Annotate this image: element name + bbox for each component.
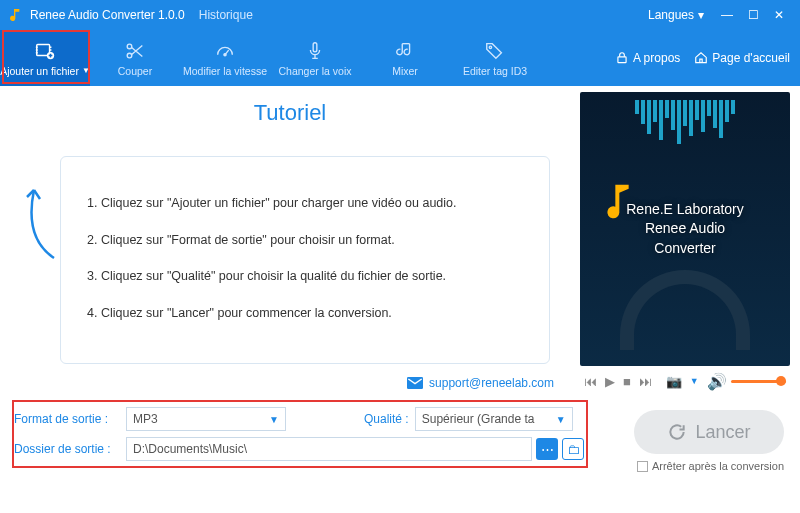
voice-button[interactable]: Changer la voix xyxy=(270,30,360,86)
history-link[interactable]: Historique xyxy=(199,8,253,22)
svg-point-6 xyxy=(489,46,491,48)
format-label: Format de sortie : xyxy=(14,412,126,426)
refresh-icon xyxy=(667,422,687,442)
quality-select[interactable]: Supérieur (Grande ta ▼ xyxy=(415,407,573,431)
toolbar: Ajouter un fichier▼ Couper Modifier la v… xyxy=(0,30,800,86)
chevron-down-icon: ▼ xyxy=(690,376,699,386)
preview-video[interactable]: Rene.E Laboratory Renee Audio Converter xyxy=(580,92,790,366)
preview-text: Rene.E Laboratory xyxy=(626,200,744,220)
equalizer-icon xyxy=(580,100,790,144)
voice-label: Changer la voix xyxy=(279,65,352,77)
media-controls: ⏮ ▶ ■ ⏭ 📷 ▼ 🔊 xyxy=(580,366,790,396)
preview-text: Converter xyxy=(626,239,744,259)
id3-label: Editer tag ID3 xyxy=(463,65,527,77)
folder-value: D:\Documents\Music\ xyxy=(133,442,247,456)
mixer-button[interactable]: Mixer xyxy=(360,30,450,86)
tutorial-step: 1. Cliquez sur "Ajouter un fichier" pour… xyxy=(87,187,523,220)
snapshot-button[interactable]: 📷 xyxy=(666,374,682,389)
chevron-down-icon: ▾ xyxy=(698,8,704,22)
home-icon xyxy=(694,51,708,65)
speed-button[interactable]: Modifier la vitesse xyxy=(180,30,270,86)
svg-point-4 xyxy=(224,53,226,55)
tutorial-title: Tutoriel xyxy=(10,100,570,126)
quality-label: Qualité : xyxy=(364,412,409,426)
minimize-button[interactable]: ― xyxy=(714,2,740,28)
headphones-icon xyxy=(620,270,750,350)
launch-button[interactable]: Lancer xyxy=(634,410,784,454)
stop-after-checkbox[interactable]: Arrêter après la conversion xyxy=(637,460,784,472)
language-label: Langues xyxy=(648,8,694,22)
stop-button[interactable]: ■ xyxy=(623,374,631,389)
next-button[interactable]: ⏭ xyxy=(639,374,652,389)
app-title: Renee Audio Converter 1.0.0 xyxy=(30,8,185,22)
tutorial-step: 2. Cliquez sur "Format de sortie" pour c… xyxy=(87,224,523,257)
play-button[interactable]: ▶ xyxy=(605,374,615,389)
tutorial-panel: Tutoriel 1. Cliquez sur "Ajouter un fich… xyxy=(10,92,570,396)
cut-label: Couper xyxy=(118,65,152,77)
id3-button[interactable]: Editer tag ID3 xyxy=(450,30,540,86)
preview-text: Renee Audio xyxy=(626,219,744,239)
stop-after-label: Arrêter après la conversion xyxy=(652,460,784,472)
browse-folder-button[interactable]: 🗀 xyxy=(562,438,584,460)
prev-button[interactable]: ⏮ xyxy=(584,374,597,389)
about-link[interactable]: A propos xyxy=(615,51,680,65)
mixer-label: Mixer xyxy=(392,65,418,77)
preview-panel: Rene.E Laboratory Renee Audio Converter … xyxy=(580,92,790,396)
svg-rect-7 xyxy=(618,57,626,63)
volume-slider[interactable] xyxy=(731,380,786,383)
home-label: Page d'accueil xyxy=(712,51,790,65)
format-value: MP3 xyxy=(133,412,158,426)
svg-rect-5 xyxy=(313,42,317,51)
quality-value: Supérieur (Grande ta xyxy=(422,412,535,426)
add-file-label: Ajouter un fichier xyxy=(0,65,79,77)
gauge-icon xyxy=(214,40,236,62)
mail-icon xyxy=(407,377,423,389)
output-panel: Format de sortie : MP3 ▼ Qualité : Supér… xyxy=(0,396,800,468)
mic-icon xyxy=(304,40,326,62)
chevron-down-icon: ▼ xyxy=(269,414,279,425)
cut-button[interactable]: Couper xyxy=(90,30,180,86)
titlebar: Renee Audio Converter 1.0.0 Historique L… xyxy=(0,0,800,30)
scissors-icon xyxy=(124,40,146,62)
maximize-button[interactable]: ☐ xyxy=(740,2,766,28)
home-link[interactable]: Page d'accueil xyxy=(694,51,790,65)
chevron-down-icon: ▼ xyxy=(82,66,90,75)
chevron-down-icon: ▼ xyxy=(556,414,566,425)
support-link[interactable]: support@reneelab.com xyxy=(407,376,554,390)
folder-label: Dossier de sortie : xyxy=(14,442,126,456)
tutorial-step: 3. Cliquez sur "Qualité" pour choisir la… xyxy=(87,260,523,293)
about-label: A propos xyxy=(633,51,680,65)
language-dropdown[interactable]: Langues ▾ xyxy=(648,8,704,22)
support-email: support@reneelab.com xyxy=(429,376,554,390)
folder-input[interactable]: D:\Documents\Music\ xyxy=(126,437,532,461)
volume-icon[interactable]: 🔊 xyxy=(707,372,727,391)
mixer-icon xyxy=(394,40,416,62)
tag-icon xyxy=(484,40,506,62)
add-file-button[interactable]: Ajouter un fichier▼ xyxy=(0,30,90,86)
speed-label: Modifier la vitesse xyxy=(183,65,267,77)
lock-icon xyxy=(615,51,629,65)
close-button[interactable]: ✕ xyxy=(766,2,792,28)
tutorial-step: 4. Cliquez sur "Lancer" pour commencer l… xyxy=(87,297,523,330)
launch-label: Lancer xyxy=(695,422,750,443)
more-path-button[interactable]: ⋯ xyxy=(536,438,558,460)
app-logo-icon xyxy=(8,7,24,23)
format-select[interactable]: MP3 ▼ xyxy=(126,407,286,431)
add-file-icon xyxy=(34,40,56,62)
